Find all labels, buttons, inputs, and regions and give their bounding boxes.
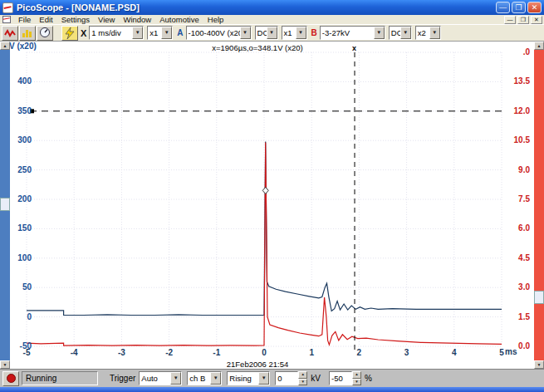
meter-icon	[39, 27, 51, 38]
menu-automotive[interactable]: Automotive	[155, 15, 203, 24]
spin-down-icon[interactable]: ▼	[298, 379, 307, 386]
channel-b-coupling-select[interactable]: DC ▼	[389, 26, 412, 40]
toolbar: X 1 ms/div ▼ x1 ▼ A -100-400V (x20) ▼ DC…	[0, 24, 544, 42]
scrollbar-track[interactable]	[0, 50, 10, 360]
scroll-up-icon[interactable]: ▲	[0, 42, 10, 50]
spin-up-icon[interactable]: ▲	[352, 371, 361, 379]
right-axis-tick: 4.5	[503, 253, 530, 262]
trigger-button[interactable]	[61, 26, 78, 41]
x-axis-tick: 2	[349, 348, 369, 357]
close-button[interactable]: ✕	[527, 2, 542, 13]
meter-view-button[interactable]	[37, 26, 53, 41]
restore-button[interactable]: ❐	[512, 2, 526, 13]
mdi-restore-button[interactable]: ❐	[517, 16, 529, 24]
mdi-close-button[interactable]: ✕	[531, 16, 542, 24]
cursor-diamond-marker	[262, 187, 268, 194]
x-axis-tick: -4	[64, 348, 84, 357]
chevron-down-icon[interactable]: ▼	[400, 27, 411, 39]
left-axis-tick: 150	[10, 223, 32, 233]
menu-view[interactable]: View	[94, 15, 119, 24]
scrollbar-track[interactable]	[534, 50, 544, 360]
x-axis-tick: -2	[159, 348, 179, 357]
scope-display: x=1906µs,o=348.1V (x20) 21Feb2006 21:54 …	[0, 42, 544, 369]
picoscope-app-icon	[2, 2, 13, 13]
chevron-down-icon[interactable]: ▼	[258, 372, 269, 385]
x-axis-tick: 1	[301, 348, 321, 357]
x-axis-tick: 0	[254, 348, 274, 357]
scrollbar-thumb[interactable]	[0, 198, 10, 211]
trigger-section-label: Trigger	[110, 374, 135, 383]
document-icon[interactable]	[2, 16, 11, 23]
x-axis-tick: 3	[397, 348, 417, 357]
spectrum-view-button[interactable]	[19, 26, 36, 41]
timestamp-label: 21Feb2006 21:54	[0, 360, 515, 369]
trigger-level-stepper[interactable]: 0 ▲▼	[275, 371, 307, 385]
minimize-button[interactable]: —	[496, 2, 510, 13]
trigger-edge-select[interactable]: Rising ▼	[227, 371, 270, 385]
chevron-down-icon[interactable]: ▼	[429, 27, 440, 39]
right-axis-tick: 1.5	[503, 312, 530, 321]
right-axis-tick: 3.0	[503, 282, 530, 292]
x-axis-tick: -3	[111, 348, 131, 357]
scroll-up-icon[interactable]: ▲	[534, 42, 544, 50]
right-axis-tick: 7.5	[503, 194, 530, 203]
timebase-select[interactable]: 1 ms/div ▼	[89, 26, 144, 40]
scroll-down-icon[interactable]: ▼	[534, 360, 544, 369]
run-status: Running	[22, 371, 98, 385]
scrollbar-thumb[interactable]	[534, 291, 544, 304]
right-axis-tick: .0	[503, 47, 530, 56]
window-title: PicoScope - [NONAME.PSD]	[17, 2, 494, 12]
right-axis-tick: 12.0	[503, 106, 530, 115]
menu-window[interactable]: Window	[119, 15, 155, 24]
timebase-mult-select[interactable]: x1 ▼	[147, 26, 173, 40]
trigger-level-unit: kV	[311, 374, 321, 383]
channel-b-range-select[interactable]: -3-27kV ▼	[320, 26, 385, 40]
left-axis-tick: 200	[10, 194, 32, 203]
right-axis-tick: 9.0	[503, 165, 530, 174]
menu-items: FileEditSettingsViewWindowAutomotiveHelp	[14, 15, 228, 24]
chevron-down-icon[interactable]: ▼	[374, 27, 385, 39]
menu-edit[interactable]: Edit	[35, 15, 56, 24]
waveform-plot	[0, 42, 544, 369]
title-bar: PicoScope - [NONAME.PSD] — ❐ ✕	[0, 0, 544, 15]
scope-view-button[interactable]	[2, 26, 18, 41]
menu-file[interactable]: File	[14, 15, 35, 24]
vertical-cursor-grab-marker[interactable]: x	[352, 44, 356, 52]
menu-help[interactable]: Help	[203, 15, 228, 24]
trigger-source-select[interactable]: ch B ▼	[187, 371, 222, 385]
left-axis-tick: 50	[10, 282, 32, 292]
channel-a-range-select[interactable]: -100-400V (x20) ▼	[186, 26, 252, 40]
menu-settings[interactable]: Settings	[57, 15, 94, 24]
stop-icon	[7, 374, 16, 383]
x-axis-tick: -1	[207, 348, 227, 357]
channel-a-offset-scrollbar[interactable]: ▲ ▼	[0, 42, 10, 369]
stop-go-button[interactable]	[2, 371, 19, 386]
left-axis-tick: 0	[10, 312, 32, 321]
spin-down-icon[interactable]: ▼	[352, 379, 361, 386]
chevron-down-icon[interactable]: ▼	[161, 27, 172, 39]
chevron-down-icon[interactable]: ▼	[170, 372, 181, 385]
windows-taskbar-edge	[0, 387, 544, 392]
chevron-down-icon[interactable]: ▼	[132, 27, 143, 39]
chevron-down-icon[interactable]: ▼	[240, 27, 251, 39]
channel-b-mult-select[interactable]: x2 ▼	[415, 26, 441, 40]
chevron-down-icon[interactable]: ▼	[210, 372, 221, 385]
trigger-mode-select[interactable]: Auto ▼	[139, 371, 182, 385]
picoscope-window: PicoScope - [NONAME.PSD] — ❐ ✕ FileEditS…	[0, 0, 544, 392]
left-axis-tick: 300	[10, 135, 32, 145]
channel-a-coupling-select[interactable]: DC ▼	[255, 26, 278, 40]
chevron-down-icon[interactable]: ▼	[296, 27, 306, 39]
channel-a-label: A	[177, 28, 183, 37]
channel-b-offset-scrollbar[interactable]: ▲ ▼	[534, 42, 544, 369]
chevron-down-icon[interactable]: ▼	[267, 27, 277, 39]
pre-trigger-stepper[interactable]: -50 ▲▼	[329, 371, 361, 385]
left-axis-tick: 100	[10, 253, 32, 262]
right-axis-tick: 10.5	[503, 135, 530, 145]
channel-a-mult-select[interactable]: x1 ▼	[282, 26, 307, 40]
left-axis-tick: 350	[10, 106, 32, 115]
status-bar: Running Trigger Auto ▼ ch B ▼ Rising ▼ 0…	[0, 369, 544, 387]
spin-up-icon[interactable]: ▲	[298, 371, 307, 379]
mdi-minimize-button[interactable]: —	[504, 16, 516, 24]
pre-trigger-unit: %	[365, 374, 372, 383]
scroll-down-icon[interactable]: ▼	[0, 360, 10, 369]
